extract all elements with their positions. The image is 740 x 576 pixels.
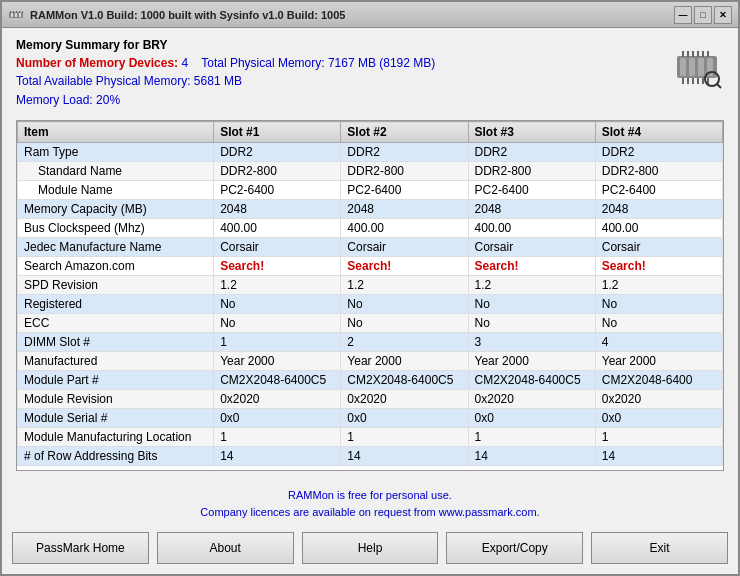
summary-section: Memory Summary for BRY Number of Memory …: [16, 38, 724, 110]
table-row: Manufactured Year 2000 Year 2000 Year 20…: [18, 352, 723, 371]
table-cell: DDR2-800: [468, 162, 595, 181]
table-cell: No: [468, 314, 595, 333]
table-cell: Corsair: [468, 238, 595, 257]
table-cell: Year 2000: [468, 352, 595, 371]
minimize-button[interactable]: —: [674, 6, 692, 24]
table-row: # of Row Addressing Bits 14 14 14 14: [18, 447, 723, 466]
svg-rect-23: [697, 78, 699, 84]
summary-title: Memory Summary for BRY: [16, 38, 669, 52]
table-cell: Year 2000: [214, 352, 341, 371]
table-cell: ECC: [18, 314, 214, 333]
table-cell: 0x0: [468, 409, 595, 428]
table-cell: 3: [468, 333, 595, 352]
button-bar: PassMark Home About Help Export/Copy Exi…: [2, 526, 738, 574]
svg-rect-8: [22, 11, 23, 13]
svg-rect-20: [682, 78, 684, 84]
table-row: Module Revision 0x2020 0x2020 0x2020 0x2…: [18, 390, 723, 409]
table-cell: CM2X2048-6400C5: [468, 371, 595, 390]
table-cell: # of Row Addressing Bits: [18, 447, 214, 466]
content-area: Memory Summary for BRY Number of Memory …: [2, 28, 738, 481]
table-cell: Bus Clockspeed (Mhz): [18, 219, 214, 238]
table-cell: 0x2020: [341, 390, 468, 409]
col-header-slot4: Slot #4: [595, 122, 722, 143]
table-cell: Search!: [214, 257, 341, 276]
help-button[interactable]: Help: [302, 532, 439, 564]
table-cell: DIMM Slot #: [18, 333, 214, 352]
memory-table: Item Slot #1 Slot #2 Slot #3 Slot #4 Ram…: [17, 121, 723, 466]
search-link[interactable]: Search!: [347, 259, 391, 273]
table-row: Module Manufacturing Location 1 1 1 1: [18, 428, 723, 447]
exit-button[interactable]: Exit: [591, 532, 728, 564]
table-cell: 2048: [214, 200, 341, 219]
memory-table-container[interactable]: Item Slot #1 Slot #2 Slot #3 Slot #4 Ram…: [16, 120, 724, 470]
table-cell: Manufactured: [18, 352, 214, 371]
search-link[interactable]: Search!: [602, 259, 646, 273]
table-cell: No: [595, 314, 722, 333]
svg-rect-15: [687, 51, 689, 57]
promo-line2: Company licences are available on reques…: [2, 504, 738, 522]
ram-svg-icon: [672, 41, 722, 91]
table-cell: Module Name: [18, 181, 214, 200]
table-cell: SPD Revision: [18, 276, 214, 295]
table-cell: Module Revision: [18, 390, 214, 409]
table-cell: PC2-6400: [468, 181, 595, 200]
passmark-home-button[interactable]: PassMark Home: [12, 532, 149, 564]
svg-rect-16: [692, 51, 694, 57]
table-cell: Module Manufacturing Location: [18, 428, 214, 447]
table-cell: 400.00: [595, 219, 722, 238]
table-cell: Standard Name: [18, 162, 214, 181]
available-memory: Total Available Physical Memory: 5681 MB: [16, 72, 669, 91]
table-cell: No: [214, 314, 341, 333]
table-cell: 0x2020: [595, 390, 722, 409]
app-icon: [8, 7, 24, 23]
table-cell: 1: [214, 333, 341, 352]
table-row: Jedec Manufacture Name Corsair Corsair C…: [18, 238, 723, 257]
table-cell: 2: [341, 333, 468, 352]
search-link[interactable]: Search!: [220, 259, 264, 273]
table-cell: 400.00: [468, 219, 595, 238]
col-header-slot2: Slot #2: [341, 122, 468, 143]
table-row: Registered No No No No: [18, 295, 723, 314]
svg-rect-17: [697, 51, 699, 57]
close-button[interactable]: ✕: [714, 6, 732, 24]
table-cell: 2048: [468, 200, 595, 219]
table-cell: Year 2000: [341, 352, 468, 371]
table-cell: DDR2-800: [341, 162, 468, 181]
devices-label: Number of Memory Devices:: [16, 56, 181, 70]
table-row: Memory Capacity (MB) 2048 2048 2048 2048: [18, 200, 723, 219]
table-cell: 14: [468, 447, 595, 466]
svg-rect-19: [707, 51, 709, 57]
table-cell: 1.2: [214, 276, 341, 295]
table-cell: 400.00: [214, 219, 341, 238]
promo-section: RAMMon is free for personal use. Company…: [2, 481, 738, 526]
svg-rect-5: [13, 11, 14, 13]
col-header-item: Item: [18, 122, 214, 143]
table-cell: PC2-6400: [341, 181, 468, 200]
table-row: Module Part # CM2X2048-6400C5 CM2X2048-6…: [18, 371, 723, 390]
svg-rect-22: [692, 78, 694, 84]
table-cell: Year 2000: [595, 352, 722, 371]
table-cell: DDR2-800: [595, 162, 722, 181]
table-cell: 14: [341, 447, 468, 466]
search-link[interactable]: Search!: [475, 259, 519, 273]
svg-rect-24: [702, 78, 704, 84]
table-cell: PC2-6400: [595, 181, 722, 200]
table-cell: 0x2020: [214, 390, 341, 409]
table-row: Search Amazon.com Search! Search! Search…: [18, 257, 723, 276]
svg-rect-3: [19, 13, 21, 17]
table-row: Bus Clockspeed (Mhz) 400.00 400.00 400.0…: [18, 219, 723, 238]
svg-rect-4: [10, 11, 11, 13]
table-cell: No: [341, 295, 468, 314]
col-header-slot1: Slot #1: [214, 122, 341, 143]
table-cell: Corsair: [341, 238, 468, 257]
export-copy-button[interactable]: Export/Copy: [446, 532, 583, 564]
svg-rect-12: [698, 58, 704, 76]
table-cell: 1: [341, 428, 468, 447]
promo-line1: RAMMon is free for personal use.: [2, 487, 738, 505]
table-cell: No: [595, 295, 722, 314]
svg-rect-7: [19, 11, 20, 13]
about-button[interactable]: About: [157, 532, 294, 564]
table-cell: CM2X2048-6400C5: [214, 371, 341, 390]
maximize-button[interactable]: □: [694, 6, 712, 24]
table-cell: Search Amazon.com: [18, 257, 214, 276]
